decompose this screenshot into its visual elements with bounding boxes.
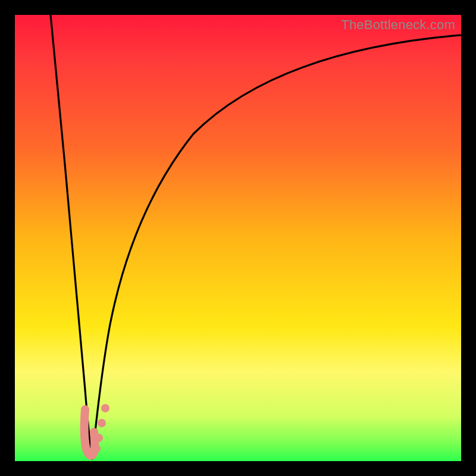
pink-dot-4 <box>92 444 101 453</box>
curve-left-branch <box>51 15 92 459</box>
plot-area: TheBottleneck.com <box>15 15 461 461</box>
pink-dot-3 <box>95 434 103 442</box>
chart-svg <box>15 15 461 461</box>
pink-dot-1 <box>101 404 109 412</box>
curve-right-branch <box>92 35 461 459</box>
chart-frame: TheBottleneck.com <box>0 0 476 476</box>
pink-dot-2 <box>98 419 106 427</box>
